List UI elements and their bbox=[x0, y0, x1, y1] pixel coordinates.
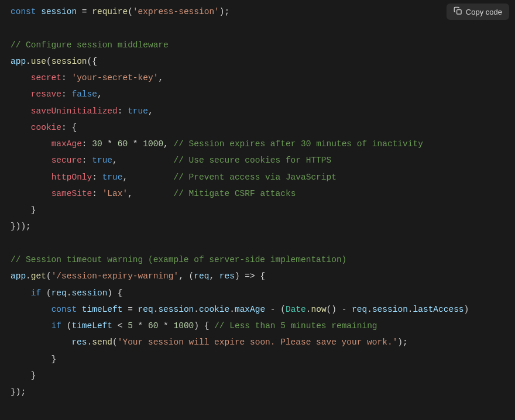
code-token: 'Your session will expire soon. Please s… bbox=[118, 338, 398, 347]
code-token: * bbox=[158, 321, 173, 331]
code-token: 5 bbox=[128, 321, 133, 331]
code-token: httpOnly bbox=[52, 173, 92, 182]
code-token: - ( bbox=[265, 305, 286, 314]
code-token: 1000 bbox=[174, 321, 194, 331]
code-token: resave bbox=[31, 89, 61, 99]
code-token: } bbox=[11, 371, 36, 380]
code-token: . bbox=[229, 305, 235, 314]
code-token: * bbox=[102, 139, 118, 149]
code-token bbox=[11, 321, 52, 331]
code-token: session bbox=[372, 305, 408, 314]
code-token: , bbox=[163, 139, 173, 149]
code-token: : bbox=[92, 189, 102, 198]
code-token: res bbox=[71, 338, 87, 347]
code-token: now bbox=[311, 305, 326, 314]
code-token: ( bbox=[128, 7, 133, 16]
code-token: . bbox=[26, 57, 31, 66]
code-token: // Use secure cookies for HTTPS bbox=[173, 156, 331, 165]
code-token: cookie bbox=[31, 123, 61, 132]
code-token: ) { bbox=[107, 288, 122, 298]
code-token: maxAge bbox=[235, 305, 265, 314]
code-token: })); bbox=[11, 222, 31, 231]
code-token: : bbox=[82, 139, 92, 149]
code-token bbox=[11, 288, 31, 298]
code-token: * bbox=[128, 139, 143, 149]
code-token: 'your-secret-key' bbox=[71, 73, 158, 82]
code-token: const bbox=[52, 305, 82, 314]
code-token: require bbox=[92, 7, 128, 16]
code-token: . bbox=[408, 305, 413, 314]
copy-code-label: Copy code bbox=[466, 8, 502, 16]
code-token: : bbox=[61, 73, 71, 82]
code-token: cookie bbox=[199, 305, 229, 314]
code-token: . bbox=[367, 305, 372, 314]
code-token: maxAge bbox=[52, 139, 82, 149]
copy-icon bbox=[454, 6, 462, 17]
code-token: , bbox=[128, 189, 173, 198]
code-token: , bbox=[209, 271, 219, 281]
code-token: res bbox=[219, 271, 235, 281]
code-token: 1000 bbox=[143, 139, 163, 149]
code-token: sameSite bbox=[52, 189, 92, 198]
code-token: // Configure session middleware bbox=[11, 40, 169, 50]
code-token: 30 bbox=[92, 139, 102, 149]
code-token: req bbox=[52, 288, 67, 298]
code-token: lastAccess bbox=[413, 305, 464, 314]
code-token: req bbox=[138, 305, 153, 314]
code-token: , bbox=[112, 156, 173, 165]
copy-code-button[interactable]: Copy code bbox=[447, 4, 509, 20]
code-token: '/session-expiry-warning' bbox=[52, 271, 179, 281]
code-token: : bbox=[92, 173, 102, 182]
code-token: app bbox=[11, 57, 26, 66]
code-token: . bbox=[26, 271, 31, 281]
code-token: : bbox=[118, 106, 128, 116]
code-token: ( bbox=[46, 271, 52, 281]
code-token: = bbox=[77, 7, 92, 16]
code-token: true bbox=[92, 156, 112, 165]
code-token: if bbox=[31, 288, 41, 298]
code-token: send bbox=[92, 338, 112, 347]
code-token: session bbox=[41, 7, 77, 16]
code-token: = bbox=[122, 305, 138, 314]
code-token: true bbox=[128, 106, 148, 116]
code-token: app bbox=[11, 271, 26, 281]
code-token: true bbox=[102, 173, 123, 182]
code-token: // Mitigate CSRF attacks bbox=[174, 189, 296, 198]
code-token: use bbox=[31, 57, 46, 66]
code-token: req bbox=[352, 305, 367, 314]
code-token: ( bbox=[46, 57, 52, 66]
code-token bbox=[11, 338, 71, 347]
code-token: , bbox=[158, 73, 163, 82]
code-token: , bbox=[122, 173, 173, 182]
code-token: } bbox=[11, 205, 36, 215]
code-token: 60 bbox=[148, 321, 158, 331]
code-token: : bbox=[82, 156, 92, 165]
code-token: timeLeft bbox=[82, 305, 123, 314]
code-token bbox=[11, 73, 31, 82]
code-token: const bbox=[11, 7, 41, 16]
code-token bbox=[11, 189, 52, 198]
code-token: req bbox=[194, 271, 209, 281]
code-token: ); bbox=[219, 7, 229, 16]
code-token: , ( bbox=[178, 271, 194, 281]
code-token: ( bbox=[112, 338, 118, 347]
code-token: secret bbox=[31, 73, 61, 82]
code-token bbox=[11, 106, 31, 116]
code-token bbox=[11, 123, 31, 132]
code-token: timeLeft bbox=[71, 321, 112, 331]
svg-rect-0 bbox=[456, 10, 461, 15]
code-token: 'Lax' bbox=[102, 189, 128, 198]
code-token: if bbox=[52, 321, 61, 331]
code-token: ); bbox=[397, 338, 407, 347]
code-token: get bbox=[31, 271, 46, 281]
code-token bbox=[11, 89, 31, 99]
code-token: // Less than 5 minutes remaining bbox=[214, 321, 377, 331]
code-token: ( bbox=[41, 288, 51, 298]
code-token: * bbox=[133, 321, 148, 331]
code-token: : bbox=[61, 89, 71, 99]
code-token: session bbox=[158, 305, 194, 314]
code-token bbox=[11, 156, 52, 165]
code-token: 'express-session' bbox=[133, 7, 219, 16]
code-token: Date bbox=[286, 305, 306, 314]
code-token: secure bbox=[52, 156, 82, 165]
